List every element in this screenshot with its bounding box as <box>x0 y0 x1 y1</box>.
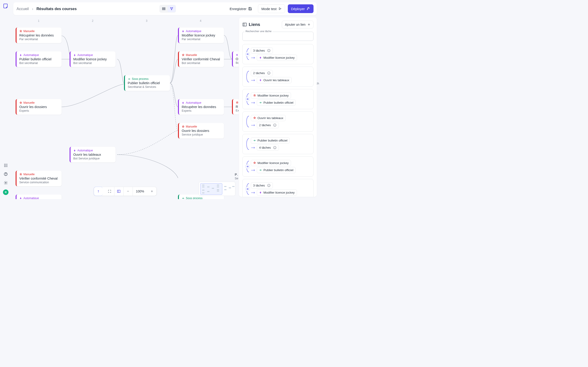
link-card[interactable]: 3 tâchesModifier licence jockey <box>242 44 313 64</box>
svg-point-3 <box>4 165 5 166</box>
top-header: Accueil › Résultats des courses Enregist… <box>13 2 317 15</box>
minimap[interactable] <box>199 182 235 196</box>
help-button[interactable] <box>94 187 103 196</box>
svg-point-17 <box>171 9 172 10</box>
link-card[interactable]: Publier bulletin officiel4 tâches <box>242 134 313 154</box>
breadcrumb-current: Résultats des courses <box>36 7 77 11</box>
node-subtitle: Par secrétariat <box>19 38 59 41</box>
node-subtitle: Bot secrétariat <box>182 61 221 65</box>
link-from-chip[interactable]: 2 tâches <box>251 70 273 76</box>
breadcrumb-home[interactable]: Accueil <box>17 7 29 11</box>
workflow-node[interactable]: Ou Bo <box>232 51 239 67</box>
panel-title: Liens <box>249 22 280 27</box>
workflow-node[interactable]: Manuelle Ouvrir les dossiers Service jur… <box>178 123 224 139</box>
link-to-chip[interactable]: Modifier licence jockey <box>257 190 297 196</box>
workflow-node[interactable]: Manuelle Ouvrir les dossiers Experts <box>16 99 61 115</box>
link-to-chip[interactable]: Publier bulletin officiel <box>257 100 296 106</box>
search-input[interactable] <box>242 32 313 41</box>
workflow-node[interactable]: Automatique Publier bulletin officiel Bo… <box>16 51 61 67</box>
link-from-chip[interactable]: Publier bulletin officiel <box>251 137 290 144</box>
help-icon[interactable] <box>4 172 8 176</box>
panel-icon <box>242 22 247 27</box>
workflow-node[interactable]: Sous process Publier bulletin officiel S… <box>124 75 170 91</box>
graph-view-button[interactable] <box>168 5 175 12</box>
node-subtitle: Bot secrétariat <box>19 61 59 65</box>
search-label: Rechercher une tâche <box>245 30 272 33</box>
node-subtitle: Service juridique <box>182 133 221 136</box>
workflow-node[interactable]: Automatique Ouvrir les tableaux Bot Serv… <box>69 147 115 162</box>
node-title: Ou <box>236 57 238 61</box>
svg-point-1 <box>6 164 6 165</box>
svg-rect-18 <box>129 78 130 80</box>
user-avatar[interactable]: R <box>3 190 9 195</box>
apps-icon[interactable] <box>4 163 8 167</box>
deploy-button[interactable]: Déployer <box>288 4 313 13</box>
svg-point-0 <box>4 164 5 165</box>
link-to-chip[interactable]: Publier bulletin officiel <box>257 167 296 173</box>
workflow-node[interactable]: Automatique Modifier licence jockey Par … <box>178 27 224 43</box>
layout-button[interactable] <box>114 187 124 196</box>
workflow-node[interactable]: Manuelle Vérifier conformité Cheval Serv… <box>16 171 61 186</box>
node-title: Publier bulletin officiel <box>128 81 167 85</box>
svg-rect-24 <box>248 53 248 55</box>
settings-icon[interactable] <box>4 181 8 185</box>
link-card[interactable]: 2 tâchesOuvrir les tableaux <box>242 67 313 87</box>
zoom-in-button[interactable]: + <box>147 187 156 196</box>
workflow-node[interactable]: Ré Ex <box>232 99 239 115</box>
node-subtitle: Par secrétariat <box>182 38 221 41</box>
node-title: Vérifier conformité Cheval <box>182 57 221 61</box>
link-to-chip[interactable]: Ouvrir les tableaux <box>257 77 292 83</box>
link-from-chip[interactable]: Ouvrir les tableaux <box>251 115 286 121</box>
link-to-chip[interactable]: 2 tâches <box>257 122 279 128</box>
app-logo[interactable] <box>3 3 9 9</box>
link-card[interactable]: Modifier licence jockeyPublier bulletin … <box>242 89 313 109</box>
node-title: Récupérer les données <box>182 105 221 109</box>
node-title: Ré <box>236 105 238 108</box>
svg-point-7 <box>6 166 6 167</box>
link-to-chip[interactable]: Modifier licence jockey <box>257 55 297 61</box>
svg-point-2 <box>7 164 7 165</box>
svg-rect-14 <box>162 9 165 10</box>
svg-point-6 <box>4 166 5 167</box>
node-subtitle: Experts <box>182 109 221 112</box>
workflow-node[interactable]: Manuelle Vérifier conformité Cheval Bot … <box>178 51 224 67</box>
list-view-button[interactable] <box>160 5 168 12</box>
pause-icon <box>245 187 250 191</box>
node-subtitle: Bot secrétariat <box>73 61 113 65</box>
svg-point-4 <box>6 165 6 166</box>
save-button[interactable]: Enregistrer <box>226 4 255 13</box>
link-to-chip[interactable]: 4 tâches <box>257 144 279 151</box>
column-label: 2 <box>92 19 94 23</box>
link-from-chip[interactable]: 3 tâches <box>251 182 273 189</box>
workflow-node[interactable]: Automatique Modifier licence jockey Bot … <box>69 51 115 67</box>
node-tag-manual: Manuelle <box>182 125 221 128</box>
workflow-node[interactable]: Automatique Récupérer les données Expert… <box>178 99 224 115</box>
node-title: Modifier licence jockey <box>73 57 113 61</box>
node-tag-auto: Automatique <box>73 53 113 57</box>
workflow-node[interactable]: Manuelle Récupérer les données Par secré… <box>16 27 61 43</box>
zoom-out-button[interactable]: − <box>124 187 133 196</box>
node-title: Pu <box>235 173 238 176</box>
link-card[interactable]: Ouvrir les tableaux2 tâches <box>242 111 313 132</box>
node-subtitle: Bo <box>236 61 238 65</box>
link-card[interactable]: 3 tâchesModifier licence jockey <box>242 179 313 197</box>
svg-rect-19 <box>183 198 184 199</box>
svg-rect-13 <box>162 8 165 9</box>
test-mode-button[interactable]: Mode test <box>258 4 285 13</box>
svg-rect-28 <box>248 98 248 100</box>
node-tag-manual: Manuelle <box>182 53 221 57</box>
workflow-node[interactable]: Automatique <box>16 194 61 199</box>
add-link-button[interactable]: Ajouter un lien <box>282 21 313 28</box>
node-title: Vérifier conformité Cheval <box>19 177 59 180</box>
link-from-chip[interactable]: Modifier licence jockey <box>251 92 291 99</box>
svg-rect-23 <box>247 53 247 55</box>
links-panel: Liens Ajouter un lien Rechercher une tâc… <box>239 17 317 197</box>
workflow-canvas[interactable]: 1 2 3 4 Manuelle Récupérer les données P… <box>11 17 239 199</box>
svg-point-10 <box>6 175 6 175</box>
svg-rect-22 <box>243 23 246 26</box>
node-tag-auto: Automatique <box>182 101 221 104</box>
link-from-chip[interactable]: Modifier licence jockey <box>251 160 291 166</box>
link-from-chip[interactable]: 3 tâches <box>251 48 273 54</box>
link-card[interactable]: Modifier licence jockeyPublier bulletin … <box>242 156 313 177</box>
fullscreen-button[interactable] <box>105 187 114 196</box>
